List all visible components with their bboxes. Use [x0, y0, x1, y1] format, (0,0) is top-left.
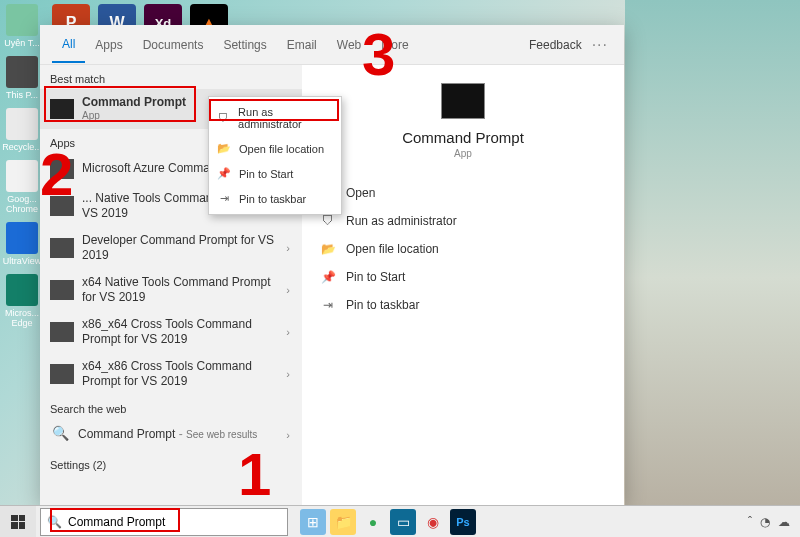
preview-subtitle: App — [318, 148, 608, 159]
desktop-icon-label: Uyên T... — [4, 38, 39, 48]
chevron-right-icon: › — [282, 284, 294, 296]
more-icon[interactable]: ··· — [588, 36, 612, 54]
cmd-icon — [50, 280, 74, 300]
chevron-right-icon: › — [282, 326, 294, 338]
desktop-icon-label: Micros... Edge — [2, 308, 42, 328]
preview-pane: Command Prompt App ▢Open ⛉Run as adminis… — [302, 65, 624, 505]
section-search-web: Search the web — [40, 395, 302, 419]
ctx-open-location[interactable]: 📂Open file location — [209, 136, 341, 161]
cmd-icon — [50, 364, 74, 384]
desktop-icon-label: UltraView — [3, 256, 41, 266]
action-open[interactable]: ▢Open — [318, 179, 608, 207]
desktop-icon-label: This P... — [6, 90, 38, 100]
tray-icon[interactable]: ◔ — [760, 515, 770, 529]
taskbar-app[interactable]: ⊞ — [300, 509, 326, 535]
desktop-icon[interactable]: Goog... Chrome — [0, 156, 44, 218]
cmd-icon — [50, 322, 74, 342]
desktop-icon[interactable]: UltraView — [0, 218, 44, 270]
preview-thumb-icon — [441, 83, 485, 119]
action-pin-taskbar[interactable]: ⇥Pin to taskbar — [318, 291, 608, 319]
tray-cloud-icon[interactable]: ☁ — [778, 515, 790, 529]
taskbar-app[interactable]: ◉ — [420, 509, 446, 535]
cmd-icon — [50, 159, 74, 179]
windows-icon — [11, 515, 25, 529]
taskbar-app[interactable]: Ps — [450, 509, 476, 535]
result-item[interactable]: x64_x86 Cross Tools Command Prompt for V… — [40, 353, 302, 395]
taskbar-pinned: ⊞ 📁 ● ▭ ◉ Ps — [300, 509, 476, 535]
pin-icon: 📌 — [217, 167, 231, 180]
tab-documents[interactable]: Documents — [133, 28, 214, 62]
search-value: Command Prompt — [68, 515, 165, 529]
pin-icon: 📌 — [320, 270, 336, 284]
action-open-location[interactable]: 📂Open file location — [318, 235, 608, 263]
chevron-right-icon: › — [282, 429, 294, 441]
shield-icon: ⛉ — [217, 112, 230, 124]
search-icon: 🔍 — [50, 425, 70, 445]
folder-icon: 📂 — [217, 142, 231, 155]
cmd-icon — [50, 196, 74, 216]
tab-email[interactable]: Email — [277, 28, 327, 62]
chevron-right-icon: › — [282, 242, 294, 254]
wallpaper-right — [625, 0, 800, 505]
feedback-link[interactable]: Feedback — [529, 38, 588, 52]
taskbar-app[interactable]: 📁 — [330, 509, 356, 535]
tray-expand-icon[interactable]: ˆ — [748, 515, 752, 529]
ctx-pin-start[interactable]: 📌Pin to Start — [209, 161, 341, 186]
pin-icon: ⇥ — [320, 298, 336, 312]
cmd-icon — [50, 99, 74, 119]
section-best-match: Best match — [40, 65, 302, 89]
desktop-icon-label: Goog... Chrome — [2, 194, 42, 214]
desktop-icons-column: Uyên T... This P... Recycle... Goog... C… — [0, 0, 44, 332]
tab-more[interactable]: More — [371, 28, 418, 62]
ctx-pin-taskbar[interactable]: ⇥Pin to taskbar — [209, 186, 341, 211]
search-tabs: All Apps Documents Settings Email Web Mo… — [40, 25, 624, 65]
ctx-run-as-admin[interactable]: ⛉Run as administrator — [209, 100, 341, 136]
search-icon: 🔍 — [47, 515, 62, 529]
tab-settings[interactable]: Settings — [213, 28, 276, 62]
preview-title: Command Prompt — [318, 129, 608, 146]
taskbar-app[interactable]: ▭ — [390, 509, 416, 535]
system-tray[interactable]: ˆ ◔ ☁ — [748, 515, 800, 529]
action-run-as-admin[interactable]: ⛉Run as administrator — [318, 207, 608, 235]
tab-all[interactable]: All — [52, 27, 85, 63]
cmd-icon — [50, 238, 74, 258]
chevron-right-icon: › — [282, 368, 294, 380]
context-menu: ⛉Run as administrator 📂Open file locatio… — [208, 96, 342, 215]
desktop-icon[interactable]: Uyên T... — [0, 0, 44, 52]
shield-icon: ⛉ — [320, 214, 336, 228]
result-item[interactable]: Developer Command Prompt for VS 2019› — [40, 227, 302, 269]
folder-icon: 📂 — [320, 242, 336, 256]
tab-web[interactable]: Web — [327, 28, 371, 62]
pin-icon: ⇥ — [217, 192, 231, 205]
taskbar: 🔍 Command Prompt ⊞ 📁 ● ▭ ◉ Ps ˆ ◔ ☁ — [0, 505, 800, 537]
desktop-icon[interactable]: Recycle... — [0, 104, 44, 156]
result-item[interactable]: x64 Native Tools Command Prompt for VS 2… — [40, 269, 302, 311]
result-web-search[interactable]: 🔍 Command Prompt - See web results › — [40, 419, 302, 451]
desktop-icon[interactable]: Micros... Edge — [0, 270, 44, 332]
taskbar-search-input[interactable]: 🔍 Command Prompt — [40, 508, 288, 536]
tab-apps[interactable]: Apps — [85, 28, 132, 62]
result-item[interactable]: x86_x64 Cross Tools Command Prompt for V… — [40, 311, 302, 353]
action-pin-start[interactable]: 📌Pin to Start — [318, 263, 608, 291]
taskbar-app[interactable]: ● — [360, 509, 386, 535]
start-button[interactable] — [0, 506, 36, 538]
desktop-icon[interactable]: This P... — [0, 52, 44, 104]
section-settings: Settings (2) — [40, 451, 302, 475]
desktop-icon-label: Recycle... — [2, 142, 42, 152]
